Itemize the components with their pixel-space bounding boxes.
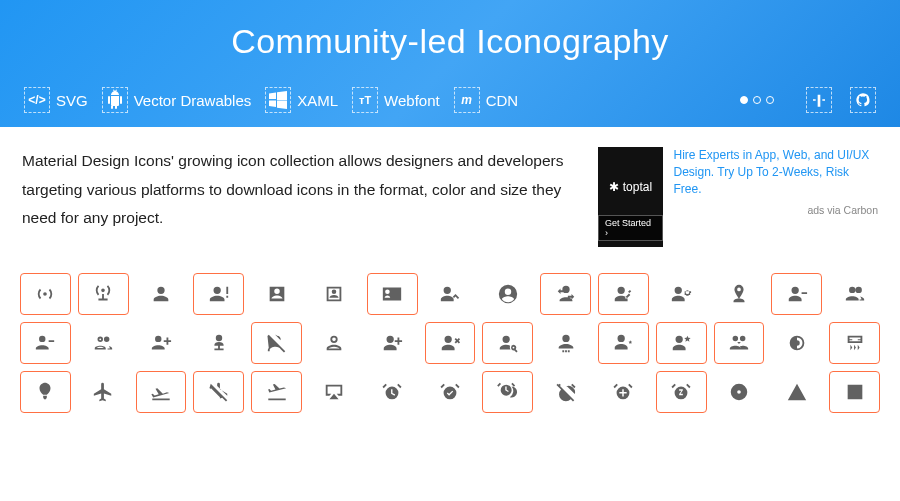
account-search-icon[interactable]: [482, 322, 533, 364]
format-webfont[interactable]: тT Webfont: [352, 87, 440, 113]
account-star-icon[interactable]: [656, 322, 707, 364]
alarm-snooze-icon[interactable]: [656, 371, 707, 413]
format-label: SVG: [56, 92, 88, 109]
airplane-landing-icon[interactable]: [136, 371, 187, 413]
account-switch-icon[interactable]: [714, 322, 765, 364]
alarm-check-icon[interactable]: [425, 371, 476, 413]
account-remove-icon[interactable]: [425, 322, 476, 364]
format-label: CDN: [486, 92, 519, 109]
page-title: Community-led Iconography: [20, 22, 880, 61]
air-conditioner-icon[interactable]: [829, 322, 880, 364]
account-alert-icon[interactable]: [193, 273, 244, 315]
airballoon-icon[interactable]: [20, 371, 71, 413]
account-convert-icon[interactable]: [540, 273, 591, 315]
account-network-icon[interactable]: [193, 322, 244, 364]
ad-brand: ✱ toptal: [609, 180, 652, 194]
icon-grid: [0, 265, 900, 433]
account-settings-icon[interactable]: [540, 322, 591, 364]
carousel-dots[interactable]: [740, 96, 774, 104]
account-card-details-icon[interactable]: [367, 273, 418, 315]
account-off-icon[interactable]: [251, 322, 302, 364]
format-xaml[interactable]: XAML: [265, 87, 338, 113]
account-box-icon[interactable]: [251, 273, 302, 315]
alarm-plus-icon[interactable]: [598, 371, 649, 413]
code-icon: </>: [24, 87, 50, 113]
alert-icon[interactable]: [771, 371, 822, 413]
ad-via: ads via Carbon: [673, 203, 878, 218]
format-label: XAML: [297, 92, 338, 109]
alarm-off-icon[interactable]: [540, 371, 591, 413]
ad-copy[interactable]: Hire Experts in App, Web, and UI/UX Desi…: [673, 148, 869, 196]
format-label: Vector Drawables: [134, 92, 252, 109]
account-plus-icon[interactable]: [367, 322, 418, 364]
carbon-ad[interactable]: ✱ toptal Get Started › Hire Experts in A…: [598, 147, 878, 247]
grid-icon[interactable]: [806, 87, 832, 113]
account-multiple-icon[interactable]: [829, 273, 880, 315]
format-label: Webfont: [384, 92, 440, 109]
account-minus-icon[interactable]: [771, 273, 822, 315]
hero-banner: Community-led Iconography </> SVG Vector…: [0, 0, 900, 127]
access-point-icon[interactable]: [20, 273, 71, 315]
airplane-off-icon[interactable]: [193, 371, 244, 413]
android-icon: [102, 87, 128, 113]
account-multiple-plus-icon[interactable]: [136, 322, 187, 364]
account-outline-icon[interactable]: [309, 322, 360, 364]
ad-image: ✱ toptal Get Started ›: [598, 147, 663, 247]
ad-cta: Get Started ›: [598, 215, 663, 241]
format-nav: </> SVG Vector Drawables XAML тT Webfont…: [20, 87, 880, 113]
intro-text: Material Design Icons' growing icon coll…: [22, 147, 580, 233]
airplane-takeoff-icon[interactable]: [251, 371, 302, 413]
account-check-icon[interactable]: [425, 273, 476, 315]
account-multiple-outline-icon[interactable]: [78, 322, 129, 364]
cdn-icon: m: [454, 87, 480, 113]
account-edit-icon[interactable]: [598, 273, 649, 315]
format-vector-drawables[interactable]: Vector Drawables: [102, 87, 252, 113]
album-icon[interactable]: [714, 371, 765, 413]
text-icon: тT: [352, 87, 378, 113]
windows-icon: [265, 87, 291, 113]
airplay-icon[interactable]: [309, 371, 360, 413]
access-point-network-icon[interactable]: [78, 273, 129, 315]
airplane-icon[interactable]: [78, 371, 129, 413]
alert-box-icon[interactable]: [829, 371, 880, 413]
format-cdn[interactable]: m CDN: [454, 87, 519, 113]
alarm-icon[interactable]: [367, 371, 418, 413]
account-icon[interactable]: [136, 273, 187, 315]
github-icon[interactable]: [850, 87, 876, 113]
account-settings-variant-icon[interactable]: [598, 322, 649, 364]
ad-text: Hire Experts in App, Web, and UI/UX Desi…: [673, 147, 878, 247]
account-box-outline-icon[interactable]: [309, 273, 360, 315]
account-key-icon[interactable]: [656, 273, 707, 315]
adjust-icon[interactable]: [771, 322, 822, 364]
format-svg[interactable]: </> SVG: [24, 87, 88, 113]
account-location-icon[interactable]: [714, 273, 765, 315]
account-multiple-minus-icon[interactable]: [20, 322, 71, 364]
account-circle-icon[interactable]: [482, 273, 533, 315]
alarm-multiple-icon[interactable]: [482, 371, 533, 413]
intro-section: Material Design Icons' growing icon coll…: [0, 127, 900, 265]
